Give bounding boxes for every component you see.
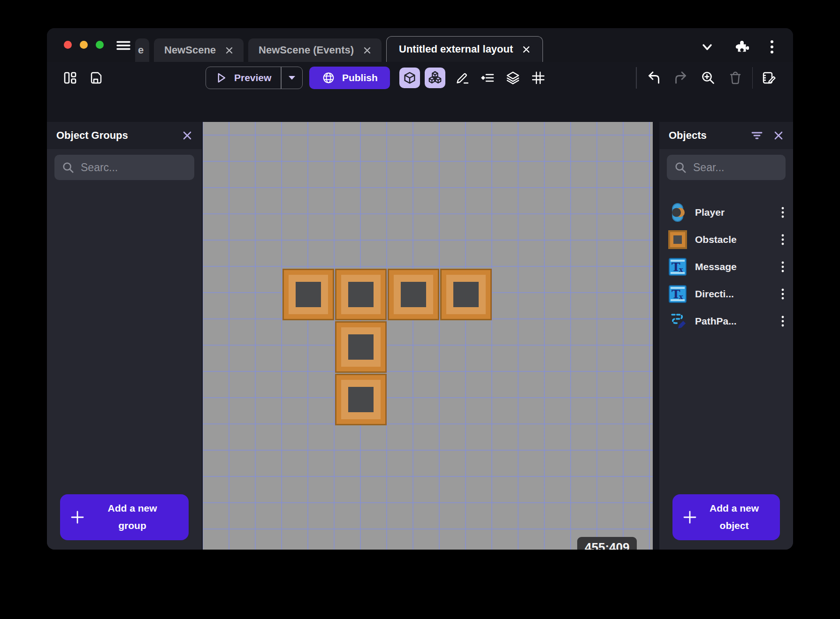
filter-icon[interactable]: [751, 130, 763, 141]
text-object-icon: T x: [668, 284, 687, 304]
publish-button[interactable]: Publish: [309, 67, 390, 89]
object-label: Message: [695, 261, 737, 272]
scene-canvas[interactable]: 455;409: [203, 122, 653, 550]
tab-bar: e NewScene NewScene (Events) Untitled ex…: [47, 28, 793, 62]
edit-tools: [452, 68, 549, 88]
object-groups-search-input[interactable]: [81, 161, 187, 174]
objects-search[interactable]: [667, 155, 786, 180]
traffic-lights: [64, 41, 104, 49]
svg-text:x: x: [679, 293, 683, 301]
add-group-label: Add a new group: [97, 500, 168, 535]
save-icon[interactable]: [85, 68, 106, 88]
close-tab-icon[interactable]: [363, 46, 371, 54]
tab-label: NewScene (Events): [259, 44, 354, 56]
object-menu-kebab-icon[interactable]: [781, 315, 785, 327]
close-panel-icon[interactable]: [182, 130, 192, 141]
close-tab-icon[interactable]: [522, 45, 530, 53]
obstacle-instance[interactable]: [440, 269, 492, 320]
preview-dropdown-caret-icon[interactable]: [282, 75, 302, 81]
publish-label: Publish: [342, 72, 378, 83]
object-menu-kebab-icon[interactable]: [781, 261, 785, 273]
object-row-player[interactable]: Player: [659, 199, 793, 226]
instruction-list-icon[interactable]: [477, 68, 498, 88]
object-label: PathPa...: [695, 316, 737, 327]
tab-partial-label: e: [138, 44, 144, 56]
object-row-directions[interactable]: T x Directi...: [659, 280, 793, 308]
toolbar: Preview Publish: [47, 62, 793, 94]
divider: [636, 67, 637, 89]
search-icon: [62, 161, 74, 174]
layers-icon[interactable]: [503, 68, 523, 88]
obstacle-instance[interactable]: [335, 269, 387, 320]
object-label: Directi...: [695, 288, 734, 300]
zoom-window-button[interactable]: [96, 41, 104, 49]
object-groups-search[interactable]: [54, 155, 194, 180]
history-tools: [636, 67, 780, 89]
project-manager-icon[interactable]: [60, 68, 81, 88]
zoom-in-icon[interactable]: [698, 68, 718, 88]
play-icon: [214, 71, 228, 84]
path-object-icon: [668, 311, 687, 331]
add-object-button[interactable]: Add a new object: [672, 494, 780, 540]
globe-icon: [321, 71, 336, 85]
close-window-button[interactable]: [64, 41, 72, 49]
add-group-button[interactable]: Add a new group: [60, 494, 189, 540]
close-tab-icon[interactable]: [225, 46, 233, 54]
grid-icon[interactable]: [528, 68, 549, 88]
minimize-window-button[interactable]: [80, 41, 88, 49]
tab-label: Untitled external layout: [399, 43, 513, 55]
tab-partial[interactable]: e: [135, 38, 149, 62]
obstacle-icon: [668, 230, 687, 249]
tab-untitled-external-layout[interactable]: Untitled external layout: [386, 36, 543, 62]
object-groups-list: [47, 180, 202, 494]
objects-panel: Objects: [659, 122, 793, 550]
obstacle-instance[interactable]: [388, 269, 439, 320]
objects-search-input[interactable]: [693, 161, 778, 174]
gdevelop-window: e NewScene NewScene (Events) Untitled ex…: [47, 28, 793, 550]
tab-label: NewScene: [164, 44, 216, 56]
plus-icon: [69, 509, 85, 525]
3d-view-cube-icon[interactable]: [399, 68, 420, 88]
close-panel-icon[interactable]: [773, 130, 784, 141]
extensions-puzzle-icon[interactable]: [735, 40, 749, 54]
text-object-icon: T x: [668, 257, 687, 277]
object-row-obstacle[interactable]: Obstacle: [659, 226, 793, 253]
object-row-pathpainter[interactable]: PathPa...: [659, 308, 793, 335]
plus-icon: [682, 509, 698, 525]
redo-icon[interactable]: [671, 68, 691, 88]
obstacle-instance[interactable]: [335, 321, 387, 373]
preview-label: Preview: [234, 72, 271, 83]
object-groups-title: Object Groups: [56, 129, 128, 142]
objects-header: Objects: [659, 122, 793, 149]
trash-icon[interactable]: [725, 68, 746, 88]
undo-icon[interactable]: [643, 68, 664, 88]
add-object-label: Add a new object: [699, 500, 770, 535]
view-toggles: [399, 68, 445, 88]
objects-list: Player Obstacle: [659, 199, 793, 335]
tab-newscene-events[interactable]: NewScene (Events): [248, 38, 382, 62]
tabbar-right-actions: [700, 39, 774, 54]
object-label: Obstacle: [695, 234, 737, 245]
object-menu-kebab-icon[interactable]: [781, 234, 785, 246]
pencil-edit-icon[interactable]: [452, 68, 473, 88]
edit-scene-icon[interactable]: [759, 68, 780, 88]
objects-title: Objects: [669, 129, 707, 142]
object-menu-kebab-icon[interactable]: [781, 288, 785, 300]
tab-strip: e NewScene NewScene (Events) Untitled ex…: [135, 28, 543, 62]
object-label: Player: [695, 207, 725, 218]
chevron-down-icon[interactable]: [700, 41, 714, 53]
main-menu-icon[interactable]: [115, 38, 131, 53]
cursor-coordinates-badge: 455;409: [577, 537, 637, 550]
object-groups-header: Object Groups: [47, 122, 202, 149]
obstacle-instance[interactable]: [283, 269, 334, 320]
svg-text:x: x: [679, 266, 683, 273]
divider: [752, 67, 753, 89]
tab-newscene[interactable]: NewScene: [154, 38, 244, 62]
main-area: Object Groups Add a new group: [47, 122, 793, 550]
object-menu-kebab-icon[interactable]: [781, 206, 785, 219]
object-row-message[interactable]: T x Message: [659, 253, 793, 280]
instances-cubes-icon[interactable]: [425, 68, 445, 88]
more-options-kebab-icon[interactable]: [770, 39, 774, 54]
obstacle-instance[interactable]: [335, 374, 387, 425]
preview-button[interactable]: Preview: [206, 67, 303, 89]
